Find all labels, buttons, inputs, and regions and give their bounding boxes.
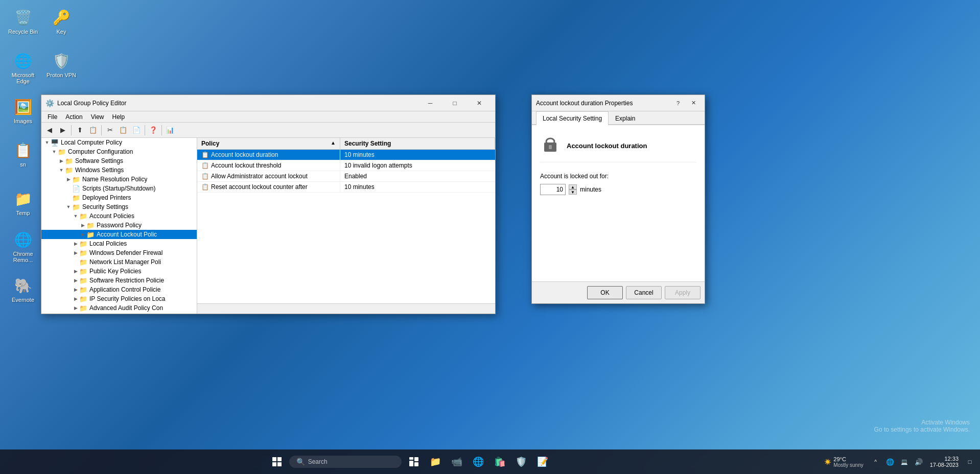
desktop-icon-evernote[interactable]: 🐘 Evernote <box>5 273 41 305</box>
policy-col-header[interactable]: Policy ▲ <box>197 138 340 149</box>
toolbar-help[interactable]: ❓ <box>147 124 159 136</box>
desktop-icon-edge[interactable]: 🌐 Microsoft Edge <box>5 49 41 86</box>
table-row[interactable]: 📋 Account lockout duration 10 minutes <box>197 150 495 160</box>
tree-nl-expand <box>72 259 79 265</box>
tree-account-policies[interactable]: ▼ 📁 Account Policies <box>41 211 197 221</box>
dialog-titlebar[interactable]: Account lockout duration Properties ? ✕ <box>532 95 705 111</box>
policy-table[interactable]: 📋 Account lockout duration 10 minutes 📋 … <box>197 150 495 303</box>
tree-ws-icon: 📁 <box>65 167 73 174</box>
desktop-icon-recycle-bin[interactable]: 🗑️ Recycle Bin <box>5 5 41 37</box>
toolbar-show-hide[interactable]: 📋 <box>87 124 99 136</box>
lgpe-close-button[interactable]: ✕ <box>468 95 491 111</box>
tree-secsett-expand: ▼ <box>65 204 72 209</box>
tree-password-policy[interactable]: ▶ 📁 Password Policy <box>41 221 197 230</box>
desktop-icon-key[interactable]: 🔑 Key <box>43 5 79 37</box>
lockout-duration-input[interactable] <box>540 184 566 195</box>
tree-windows-settings[interactable]: ▼ 📁 Windows Settings <box>41 165 197 175</box>
menu-help[interactable]: Help <box>108 112 129 122</box>
apply-button[interactable]: Apply <box>665 286 701 299</box>
dialog-help-button[interactable]: ? <box>671 98 685 109</box>
tree-root[interactable]: ▼ 🖥️ Local Computer Policy <box>41 138 197 147</box>
tree-ip-security[interactable]: ▶ 📁 IP Security Policies on Loca <box>41 294 197 303</box>
tree-computer-config[interactable]: ▼ 📁 Computer Configuration <box>41 147 197 156</box>
desktop-icon-chrome[interactable]: 🌐 Chrome Remo... <box>5 227 41 265</box>
table-row[interactable]: 📋 Allow Administrator account lockout En… <box>197 171 495 182</box>
tree-ss-icon: 📁 <box>65 157 73 165</box>
spinner-down-button[interactable]: ▼ <box>569 189 577 195</box>
toolbar-sep3 <box>145 125 145 135</box>
tree-public-key[interactable]: ▶ 📁 Public Key Policies <box>41 267 197 276</box>
tree-software-restriction[interactable]: ▶ 📁 Software Restriction Policie <box>41 276 197 285</box>
tree-name-resolution[interactable]: ▶ 📁 Name Resolution Policy <box>41 175 197 184</box>
tree-lp-expand: ▶ <box>72 241 79 246</box>
toolbar-properties[interactable]: 📊 <box>164 124 176 136</box>
toolbar-copy[interactable]: 📋 <box>117 124 129 136</box>
security-col-header[interactable]: Security Setting <box>340 138 495 149</box>
systray-language-icon[interactable]: 🌐 <box>884 456 896 468</box>
dialog-title: Account lockout duration Properties <box>536 100 671 107</box>
tree-windows-defender[interactable]: ▶ 📁 Windows Defender Firewal <box>41 248 197 257</box>
menu-view[interactable]: View <box>87 112 108 122</box>
tab-local-security-setting[interactable]: Local Security Setting <box>536 111 609 125</box>
lgpe-maximize-button[interactable]: □ <box>443 95 466 111</box>
taskbar-search-bar[interactable]: 🔍 Search <box>289 456 402 468</box>
tree-account-lockout[interactable]: ▶ 📁 Account Lockout Polic <box>41 230 197 239</box>
taskbar-weather[interactable]: ☀️ 29°C Mostly sunny <box>819 456 868 468</box>
lgpe-titlebar[interactable]: ⚙️ Local Group Policy Editor ─ □ ✕ <box>41 95 495 111</box>
toolbar-up[interactable]: ⬆ <box>74 124 86 136</box>
activate-watermark: Activate Windows Go to settings to activ… <box>874 419 970 433</box>
dialog-setting-label: Account is locked out for: <box>540 173 696 180</box>
tree-deployed-printers[interactable]: 📁 Deployed Printers <box>41 193 197 202</box>
lgpe-window: ⚙️ Local Group Policy Editor ─ □ ✕ File … <box>41 94 496 314</box>
toolbar-back[interactable]: ◀ <box>43 124 56 136</box>
systray-arrow[interactable]: ^ <box>870 456 882 468</box>
lgpe-menubar: File Action View Help <box>41 111 495 123</box>
menu-action[interactable]: Action <box>61 112 86 122</box>
desktop-icon-images[interactable]: 🖼️ Images <box>5 94 41 126</box>
tree-nr-label: Name Resolution Policy <box>82 176 147 183</box>
tree-scripts[interactable]: 📄 Scripts (Startup/Shutdown) <box>41 184 197 193</box>
policy-row-icon: 📋 <box>201 173 209 180</box>
dialog-spinner[interactable]: ▲ ▼ minutes <box>540 184 696 195</box>
cancel-button[interactable]: Cancel <box>626 286 662 299</box>
desktop-icon-sn[interactable]: 📋 sn <box>5 138 41 170</box>
table-row[interactable]: 📋 Account lockout threshold 10 invalid l… <box>197 160 495 171</box>
desktop-icon-temp[interactable]: 📁 Temp <box>5 186 41 218</box>
notification-button[interactable]: □ <box>964 456 976 468</box>
dialog-footer: OK Cancel Apply <box>532 281 705 303</box>
tree-advanced-audit[interactable]: ▶ 📁 Advanced Audit Policy Con <box>41 303 197 313</box>
systray-display-icon[interactable]: 💻 <box>898 456 911 468</box>
taskbar-meet-icon[interactable]: 📹 <box>448 453 466 471</box>
lgpe-tree-panel[interactable]: ▼ 🖥️ Local Computer Policy ▼ 📁 Computer … <box>41 138 197 314</box>
tree-policy-qos[interactable]: ▶ 📊 Policy-based QoS <box>41 313 197 314</box>
menu-file[interactable]: File <box>43 112 61 122</box>
policy-name-cell: 📋 Reset account lockout counter after <box>197 182 340 192</box>
table-row[interactable]: 📋 Reset account lockout counter after 10… <box>197 182 495 193</box>
systray-volume-icon[interactable]: 🔊 <box>913 456 925 468</box>
tab-explain[interactable]: Explain <box>609 111 642 125</box>
ok-button[interactable]: OK <box>587 286 623 299</box>
taskbar-explorer-icon[interactable]: 📁 <box>426 453 445 471</box>
svg-rect-8 <box>414 457 418 461</box>
taskbar-widgets-icon[interactable] <box>405 453 423 471</box>
tree-local-policies[interactable]: ▶ 📁 Local Policies <box>41 239 197 248</box>
tree-software-settings[interactable]: ▶ 📁 Software Settings <box>41 156 197 165</box>
toolbar-cut[interactable]: ✂ <box>104 124 116 136</box>
taskbar-notepad-icon[interactable]: 📝 <box>533 453 552 471</box>
tree-app-control[interactable]: ▶ 📁 Application Control Policie <box>41 285 197 294</box>
lgpe-minimize-button[interactable]: ─ <box>418 95 442 111</box>
taskbar-edge-icon[interactable]: 🌐 <box>469 453 487 471</box>
tree-cc-expand: ▼ <box>51 149 58 154</box>
taskbar-protonvpn-icon[interactable]: 🛡️ <box>512 453 530 471</box>
toolbar-forward[interactable]: ▶ <box>57 124 69 136</box>
tree-network-list[interactable]: 📁 Network List Manager Poli <box>41 257 197 267</box>
tree-root-expand: ▼ <box>43 140 51 145</box>
desktop-icon-protonvpn[interactable]: 🛡️ Proton VPN <box>43 49 79 80</box>
toolbar-paste[interactable]: 📄 <box>130 124 143 136</box>
taskbar-store-icon[interactable]: 🛍️ <box>491 453 509 471</box>
start-button[interactable] <box>268 453 286 471</box>
spinner-up-button[interactable]: ▲ <box>569 184 577 189</box>
taskbar-clock[interactable]: 12:33 17-08-2023 <box>926 456 963 468</box>
dialog-close-button[interactable]: ✕ <box>686 98 701 109</box>
tree-security-settings[interactable]: ▼ 📁 Security Settings <box>41 202 197 211</box>
